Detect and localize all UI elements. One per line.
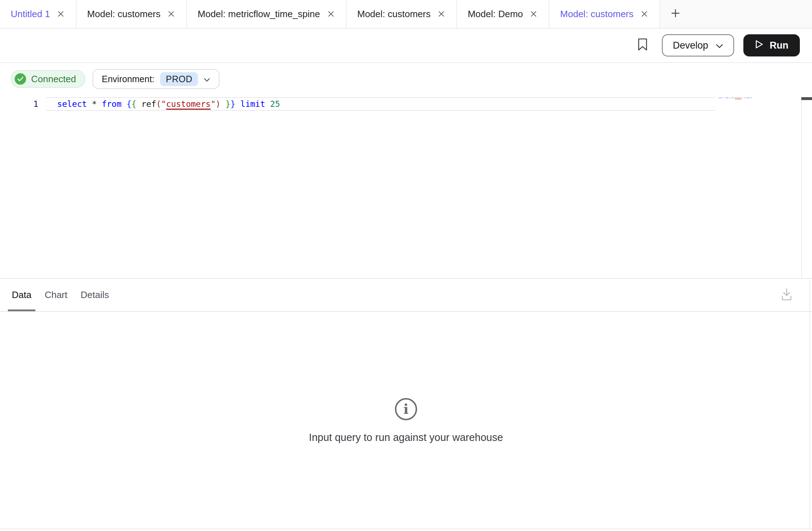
editor-tab-bar: Untitled 1 Model: customers Model: metri… [0, 0, 812, 29]
chevron-down-icon [716, 40, 723, 51]
develop-label: Develop [673, 40, 708, 51]
bookmark-icon [638, 38, 648, 53]
tab-model-metricflow-time-spine[interactable]: Model: metricflow_time_spine [187, 0, 346, 28]
tab-chart[interactable]: Chart [45, 279, 68, 311]
new-tab-button[interactable] [660, 0, 691, 28]
plus-icon [670, 8, 681, 20]
connection-status-label: Connected [31, 74, 76, 85]
tab-label: Model: customers [560, 9, 633, 20]
editor-overview-ruler[interactable] [801, 97, 812, 278]
results-tab-bar: Data Chart Details [0, 279, 812, 312]
environment-dropdown-button[interactable]: Environment: PROD [93, 69, 220, 89]
tab-data-label: Data [12, 289, 31, 301]
develop-dropdown-button[interactable]: Develop [662, 34, 734, 56]
environment-value-chip: PROD [160, 72, 198, 86]
results-panel: Data Chart Details i Input query to ru [0, 278, 812, 529]
ide-window: Untitled 1 Model: customers Model: metri… [0, 0, 812, 531]
active-tab-underline [8, 309, 35, 311]
tab-label: Model: metricflow_time_spine [198, 9, 320, 20]
tab-label: Untitled 1 [11, 9, 50, 20]
bookmark-button[interactable] [638, 38, 648, 53]
info-icon: i [395, 398, 417, 420]
sql-editor[interactable]: Connected Environment: PROD 1 select * f… [0, 63, 812, 278]
tab-label: Model: Demo [468, 9, 523, 20]
close-icon[interactable] [327, 10, 335, 18]
tab-model-customers-3[interactable]: Model: customers [549, 0, 660, 28]
editor-status-row: Connected Environment: PROD [0, 63, 812, 89]
tab-data[interactable]: Data [12, 279, 31, 311]
check-circle-icon [15, 73, 26, 85]
tab-model-demo[interactable]: Model: Demo [457, 0, 550, 28]
close-icon[interactable] [437, 10, 446, 18]
window-scrollbar-track[interactable] [809, 278, 810, 529]
window-bottom-divider [0, 528, 812, 529]
tab-label: Model: customers [87, 9, 160, 20]
close-icon[interactable] [529, 10, 538, 18]
tab-chart-label: Chart [45, 289, 68, 301]
connection-status-badge: Connected [11, 70, 85, 88]
line-number: 1 [0, 97, 38, 111]
close-icon[interactable] [56, 10, 65, 18]
tab-model-customers-2[interactable]: Model: customers [347, 0, 457, 28]
close-icon[interactable] [640, 10, 649, 18]
tab-untitled-1[interactable]: Untitled 1 [0, 0, 76, 28]
results-empty-state: i Input query to run against your wareho… [0, 312, 812, 529]
play-icon [755, 40, 763, 51]
empty-state-message: Input query to run against your warehous… [309, 432, 503, 443]
close-icon[interactable] [167, 10, 175, 18]
tab-details-label: Details [81, 289, 109, 301]
download-results-button[interactable] [781, 288, 793, 303]
tab-details[interactable]: Details [81, 279, 109, 311]
code-line[interactable]: select * from {{ ref("customers") }} lim… [57, 97, 280, 111]
editor-toolbar: Develop Run [0, 29, 812, 63]
environment-label: Environment: [102, 74, 154, 84]
run-label: Run [770, 40, 788, 51]
tab-label: Model: customers [357, 9, 431, 20]
download-icon [781, 288, 793, 303]
chevron-down-icon [204, 74, 210, 84]
run-button[interactable]: Run [743, 34, 800, 56]
tab-model-customers-1[interactable]: Model: customers [76, 0, 187, 28]
overview-ruler-cursor-mark [801, 97, 812, 100]
editor-minimap[interactable]: select * from {{ ref("customers") }} lim… [718, 97, 752, 99]
